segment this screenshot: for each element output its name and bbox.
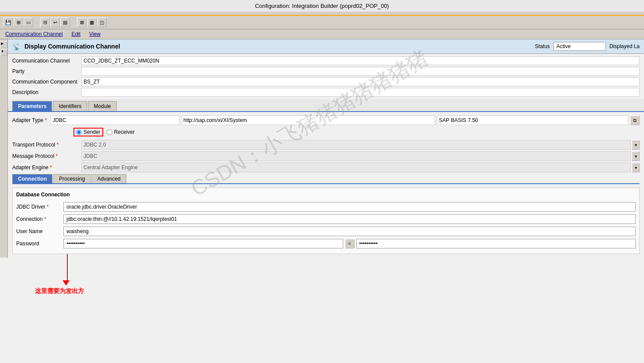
- top-bar: [0, 12, 644, 16]
- adapter-type-value[interactable]: [50, 115, 179, 125]
- tab-module[interactable]: Module: [88, 101, 116, 111]
- transport-protocol-label: Transport Protocol *: [12, 142, 78, 148]
- db-form: JDBC Driver * Connection * User Name: [16, 200, 636, 250]
- status-value: Active: [553, 42, 606, 51]
- adapter-engine-input: [81, 163, 631, 172]
- username-label: User Name: [16, 228, 60, 234]
- connection-label: Connection *: [16, 216, 60, 222]
- toolbar-group-3: ⊠ ▦ ◫: [77, 17, 107, 27]
- adapter-type-url[interactable]: [181, 115, 435, 125]
- sidebar-btn-2[interactable]: ▼: [0, 49, 7, 56]
- title-bar: Configuration: Integration Builder (popr…: [0, 0, 644, 12]
- menu-edit[interactable]: Edit: [70, 30, 82, 38]
- toolbar-btn-save[interactable]: 💾: [3, 17, 13, 27]
- adapter-type-label: Adapter Type *: [12, 117, 47, 123]
- comm-channel-input[interactable]: [81, 56, 640, 65]
- comm-component-label: Communication Component: [12, 79, 78, 85]
- menu-communication-channel[interactable]: Communication Channel: [3, 30, 64, 38]
- password-label: Password: [16, 241, 60, 247]
- toolbar-group-1: 💾 ⊞ ▭: [3, 17, 33, 27]
- password-input[interactable]: [63, 239, 343, 248]
- description-input[interactable]: [81, 88, 640, 97]
- message-protocol-input: [81, 151, 631, 161]
- left-sidebar: ▶ ▼: [0, 39, 8, 258]
- adapter-engine-dropdown-icon[interactable]: ▾: [632, 163, 640, 172]
- comm-channel-label: Communication Channel: [12, 58, 78, 64]
- adapter-type-basis[interactable]: [437, 115, 628, 125]
- party-label: Party: [12, 68, 78, 74]
- db-connection-panel: Database Connection JDBC Driver * Connec…: [12, 188, 640, 254]
- toolbar-btn-x[interactable]: ⊠: [77, 17, 87, 27]
- message-protocol-input-row: ▾: [81, 151, 640, 161]
- transport-protocol-input: [81, 140, 631, 150]
- arrow-annotation: 这里需要为发出方: [44, 254, 84, 295]
- adapter-engine-input-row: ▾: [81, 163, 640, 172]
- menu-bar: Communication Channel Edit View: [0, 29, 644, 39]
- toolbar-btn-back[interactable]: ⊟: [40, 17, 50, 27]
- status-label: Status: [535, 43, 550, 49]
- sub-tabs-bar: Connection Processing Advanced: [12, 174, 640, 184]
- message-protocol-label: Message Protocol *: [12, 153, 78, 159]
- username-input[interactable]: [63, 227, 636, 236]
- toolbar-group-2: ⊟ ↩ ▤: [40, 17, 70, 27]
- toolbar-btn-list[interactable]: ▤: [60, 17, 70, 27]
- page-title: Display Communication Channel: [24, 43, 532, 50]
- title-text: Configuration: Integration Builder (popr…: [255, 3, 389, 9]
- receiver-label: Receiver: [114, 129, 135, 135]
- sender-receiver-row: Sender Receiver: [73, 128, 640, 136]
- jdbc-driver-input[interactable]: [63, 202, 636, 212]
- password-confirm-input[interactable]: [356, 239, 636, 248]
- adapter-type-inputs: ⧉: [50, 115, 640, 125]
- sub-tab-processing[interactable]: Processing: [53, 174, 91, 183]
- page-header-icon: 📡: [12, 42, 21, 51]
- page-header: 📡 Display Communication Channel Status A…: [8, 39, 644, 54]
- jdbc-driver-label: JDBC Driver *: [16, 204, 60, 210]
- transport-protocol-input-row: ▾: [81, 140, 640, 150]
- tab-identifiers[interactable]: Identifiers: [53, 101, 87, 111]
- sender-radio[interactable]: [76, 129, 82, 135]
- comm-component-input[interactable]: [81, 77, 640, 86]
- tabs-bar: Parameters Identifiers Module: [8, 99, 644, 112]
- form-section: Communication Channel Party Communicatio…: [8, 54, 644, 99]
- menu-view[interactable]: View: [87, 30, 102, 38]
- transport-dropdown-icon[interactable]: ▾: [632, 140, 640, 150]
- sidebar-btn-1[interactable]: ▶: [0, 41, 7, 48]
- tab-parameters[interactable]: Parameters: [12, 101, 52, 111]
- connection-input[interactable]: [63, 214, 636, 224]
- password-eq-icon[interactable]: =: [345, 239, 355, 248]
- toolbar-btn-grid[interactable]: ⊞: [14, 17, 23, 27]
- receiver-radio-label: Receiver: [107, 129, 135, 135]
- party-input[interactable]: [81, 67, 640, 76]
- toolbar-btn-grid2[interactable]: ▦: [87, 17, 97, 27]
- sender-label: Sender: [84, 129, 101, 135]
- receiver-radio[interactable]: [107, 129, 112, 135]
- annotation-text: 这里需要为发出方: [35, 287, 84, 295]
- app-toolbar: 💾 ⊞ ▭ ⊟ ↩ ▤ ⊠ ▦ ◫: [0, 16, 644, 29]
- adapter-type-row: Adapter Type * ⧉: [12, 115, 640, 125]
- db-connection-title: Database Connection: [16, 192, 636, 198]
- sub-tab-connection[interactable]: Connection: [12, 174, 52, 183]
- message-dropdown-icon[interactable]: ▾: [632, 151, 640, 161]
- sender-radio-box: Sender: [73, 128, 103, 136]
- arrow-head: [63, 280, 70, 286]
- transport-row: Transport Protocol * ▾ Message Protocol …: [12, 140, 640, 172]
- content-area: 📡 Display Communication Channel Status A…: [8, 39, 644, 258]
- description-label: Description: [12, 89, 78, 95]
- status-row: Status Active Displayed La: [535, 42, 640, 51]
- toolbar-btn-split[interactable]: ◫: [97, 17, 107, 27]
- copy-icon[interactable]: ⧉: [630, 115, 640, 125]
- toolbar-btn-rect[interactable]: ▭: [24, 17, 33, 27]
- toolbar-btn-forward[interactable]: ↩: [50, 17, 60, 27]
- layout: ▶ ▼ 📡 Display Communication Channel Stat…: [0, 39, 644, 258]
- adapter-engine-label: Adapter Engine *: [12, 164, 78, 171]
- arrow-line: [67, 254, 68, 280]
- parameters-section: Adapter Type * ⧉ Sender: [8, 112, 644, 258]
- password-row: =: [63, 239, 636, 248]
- sub-tab-advanced[interactable]: Advanced: [91, 174, 126, 183]
- displayed-label: Displayed La: [609, 43, 640, 49]
